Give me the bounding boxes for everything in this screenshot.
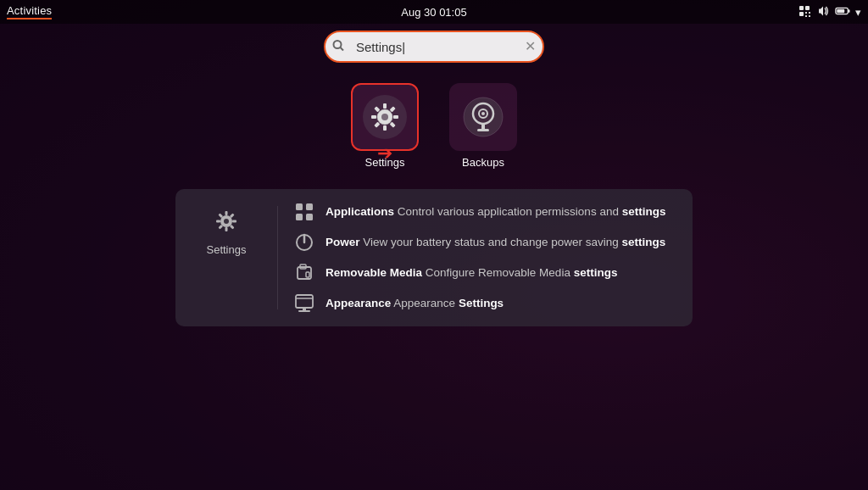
svg-rect-14 (383, 103, 387, 109)
applications-icon (295, 203, 314, 221)
svg-rect-9 (848, 9, 849, 13)
svg-rect-4 (809, 12, 810, 14)
search-input[interactable] (324, 31, 544, 63)
backups-icon-wrap (449, 83, 517, 151)
results-panel: Settings Applications Control various ap… (175, 189, 693, 326)
svg-rect-26 (481, 124, 485, 130)
svg-rect-39 (296, 214, 303, 220)
results-panel-header: Settings (192, 203, 260, 313)
apps-row: ➔ Settings Backups (342, 83, 526, 169)
result-item-applications[interactable]: Applications Control various application… (295, 203, 676, 221)
result-removable-media-text: Removable Media Configure Removable Medi… (326, 265, 617, 281)
clock: Aug 30 01:05 (401, 6, 466, 19)
svg-rect-38 (306, 203, 313, 210)
svg-rect-31 (232, 220, 236, 223)
svg-rect-40 (306, 214, 313, 220)
power-icon (295, 233, 314, 252)
svg-rect-0 (799, 6, 804, 10)
svg-rect-45 (306, 272, 309, 277)
results-list: Applications Control various application… (295, 203, 676, 313)
backups-app-label: Backups (462, 156, 504, 169)
svg-rect-1 (805, 6, 810, 10)
svg-point-13 (381, 114, 388, 120)
results-header-label: Settings (207, 243, 247, 256)
search-clear-button[interactable]: ✕ (525, 40, 536, 53)
svg-rect-5 (805, 15, 807, 17)
svg-rect-20 (371, 115, 376, 119)
svg-rect-27 (477, 129, 489, 131)
arrow-indicator: ➔ (377, 142, 392, 164)
search-container: ✕ (324, 31, 544, 63)
svg-rect-46 (296, 295, 313, 308)
svg-line-11 (341, 47, 344, 51)
results-settings-gear-icon (211, 206, 242, 237)
result-applications-text: Applications Control various application… (326, 204, 665, 220)
svg-rect-2 (799, 12, 804, 16)
svg-point-10 (334, 41, 342, 48)
settings-icon-wrap: ➔ (351, 83, 419, 151)
appearance-icon (295, 294, 314, 313)
result-appearance-text: Appearance Appearance Settings (326, 296, 504, 311)
result-item-removable-media[interactable]: Removable Media Configure Removable Medi… (295, 264, 676, 282)
app-icon-settings[interactable]: ➔ Settings (342, 83, 427, 169)
topbar: Activities Aug 30 01:05 (0, 0, 868, 24)
search-overlay: ✕ (0, 0, 868, 490)
svg-rect-37 (296, 203, 303, 210)
activities-button[interactable]: Activities (7, 4, 52, 19)
svg-rect-29 (225, 211, 228, 215)
volume-icon[interactable] (816, 4, 830, 20)
svg-rect-16 (393, 115, 398, 119)
backups-app-icon (463, 97, 504, 137)
network-icon[interactable] (798, 4, 811, 20)
svg-rect-33 (225, 227, 228, 231)
result-power-text: Power View your battery status and chang… (326, 235, 665, 250)
svg-rect-35 (216, 220, 220, 223)
results-divider (277, 206, 278, 309)
battery-icon[interactable] (835, 4, 850, 20)
svg-rect-3 (805, 12, 807, 14)
result-item-appearance[interactable]: Appearance Appearance Settings (295, 294, 676, 313)
topbar-dropdown-icon[interactable]: ▾ (855, 6, 861, 19)
result-item-power[interactable]: Power View your battery status and chang… (295, 233, 676, 252)
topbar-right-icons: ▾ (798, 4, 861, 20)
svg-point-25 (481, 112, 485, 115)
svg-rect-8 (837, 8, 844, 13)
app-icon-backups[interactable]: Backups (441, 83, 526, 169)
svg-point-28 (224, 219, 229, 224)
svg-rect-18 (383, 125, 387, 131)
svg-rect-6 (809, 15, 810, 17)
search-icon (332, 40, 344, 54)
settings-gear-icon (362, 94, 408, 140)
removable-media-icon (295, 264, 314, 282)
